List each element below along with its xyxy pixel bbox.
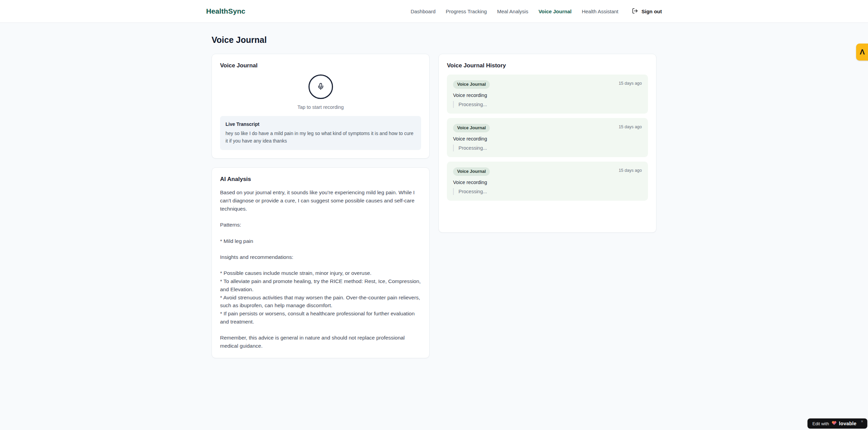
live-transcript-box: Live Transcript hey so like I do have a …	[220, 116, 421, 150]
entry-status: Processing...	[453, 101, 642, 108]
nav-item-dashboard[interactable]: Dashboard	[411, 9, 435, 14]
live-transcript-text: hey so like I do have a mild pain in my …	[226, 130, 416, 145]
heart-icon	[832, 420, 837, 427]
nav-item-meal-analysis[interactable]: Meal Analysis	[497, 9, 528, 14]
ai-analysis-title: AI Analysis	[220, 176, 421, 183]
entry-status: Processing...	[453, 188, 642, 195]
sign-out-button[interactable]: Sign out	[632, 8, 662, 15]
page-title: Voice Journal	[212, 35, 656, 45]
left-column: Voice Journal Tap to start recording	[212, 54, 430, 358]
entry-header: Voice Journal 15 days ago	[453, 124, 642, 132]
record-button[interactable]	[308, 75, 333, 99]
lovable-logo-icon: Λ	[860, 48, 865, 56]
lovable-side-button[interactable]: Λ	[856, 44, 868, 61]
ai-analysis-card: AI Analysis Based on your journal entry,…	[212, 167, 430, 358]
close-icon[interactable]: ×	[861, 419, 863, 424]
app-logo[interactable]: HealthSync	[206, 7, 245, 15]
ai-analysis-text: Based on your journal entry, it sounds l…	[220, 188, 421, 350]
entry-label: Voice recording	[453, 136, 642, 142]
recording-zone: Tap to start recording Live Transcript h…	[220, 75, 421, 150]
entry-status: Processing...	[453, 145, 642, 151]
entry-header: Voice Journal 15 days ago	[453, 80, 642, 89]
entry-type-badge: Voice Journal	[453, 124, 490, 132]
history-card-title: Voice Journal History	[447, 62, 648, 69]
content-grid: Voice Journal Tap to start recording	[212, 54, 656, 358]
lovable-wordmark: lovable	[839, 421, 856, 426]
microphone-icon	[317, 83, 324, 91]
voice-recorder-card: Voice Journal Tap to start recording	[212, 54, 430, 159]
top-header: HealthSync Dashboard Progress Tracking M…	[0, 0, 868, 23]
history-entry[interactable]: Voice Journal 15 days ago Voice recordin…	[447, 162, 648, 201]
entry-header: Voice Journal 15 days ago	[453, 167, 642, 176]
history-entry[interactable]: Voice Journal 15 days ago Voice recordin…	[447, 75, 648, 114]
entry-timestamp: 15 days ago	[619, 80, 642, 86]
entry-timestamp: 15 days ago	[619, 167, 642, 173]
history-list: Voice Journal 15 days ago Voice recordin…	[447, 75, 648, 224]
sign-out-label: Sign out	[641, 9, 662, 14]
edit-with-label: Edit with	[812, 421, 829, 426]
recorder-card-title: Voice Journal	[220, 62, 421, 69]
nav-item-progress-tracking[interactable]: Progress Tracking	[446, 9, 487, 14]
history-entry[interactable]: Voice Journal 15 days ago Voice recordin…	[447, 118, 648, 157]
entry-label: Voice recording	[453, 93, 642, 98]
entry-type-badge: Voice Journal	[453, 80, 490, 89]
header-container: HealthSync Dashboard Progress Tracking M…	[205, 0, 663, 22]
nav-item-voice-journal[interactable]: Voice Journal	[538, 9, 571, 14]
right-column: Voice Journal History Voice Journal 15 d…	[438, 54, 656, 233]
live-transcript-label: Live Transcript	[226, 121, 416, 127]
log-out-icon	[632, 8, 638, 15]
voice-journal-history-card: Voice Journal History Voice Journal 15 d…	[438, 54, 656, 233]
main-nav: Dashboard Progress Tracking Meal Analysi…	[411, 8, 662, 15]
main-content: Voice Journal Voice Journal	[210, 23, 658, 358]
edit-with-lovable-badge[interactable]: Edit with lovable ×	[807, 418, 867, 429]
entry-type-badge: Voice Journal	[453, 167, 490, 176]
nav-item-health-assistant[interactable]: Health Assistant	[582, 9, 618, 14]
tap-to-record-hint: Tap to start recording	[297, 104, 344, 110]
entry-timestamp: 15 days ago	[619, 124, 642, 129]
entry-label: Voice recording	[453, 180, 642, 185]
